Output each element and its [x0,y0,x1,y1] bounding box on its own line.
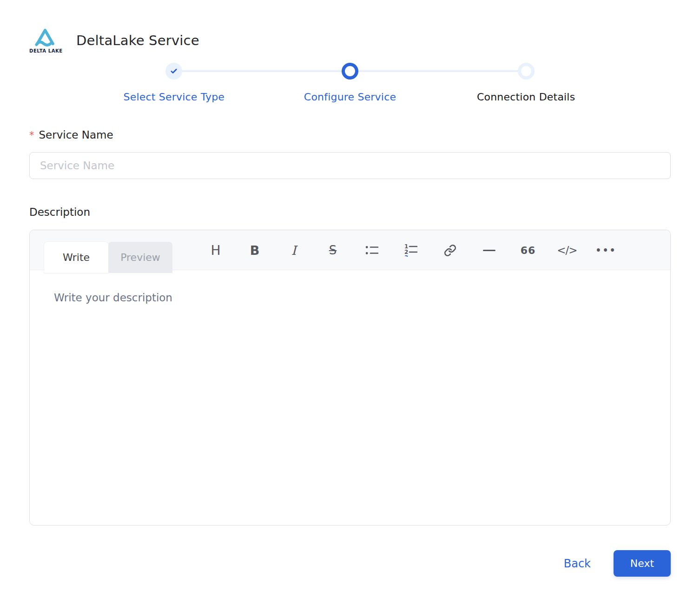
code-icon: </> [557,244,577,256]
link-button[interactable] [430,240,469,260]
step-label: Connection Details [477,91,575,103]
heading-icon: H [211,243,220,258]
delta-lake-triangle-icon [33,27,58,47]
description-markdown-editor: Write Preview H B I S [29,230,671,526]
unordered-list-icon [365,245,378,256]
service-name-label: * Service Name [29,129,671,141]
link-icon [444,244,456,257]
step-completed-dot [165,63,182,80]
tab-preview[interactable]: Preview [108,242,172,273]
strikethrough-button[interactable]: S [313,240,352,260]
code-button[interactable]: </> [548,240,587,260]
quote-icon: 66 [521,245,536,256]
wizard-stepper: Select Service Type Configure Service Co… [86,63,614,103]
service-wizard-page: DELTA LAKE DeltaLake Service Select Serv… [0,0,700,577]
italic-button[interactable]: I [274,240,313,260]
delta-lake-logo: DELTA LAKE [29,27,61,53]
step-label: Configure Service [304,91,396,103]
horizontal-rule-button[interactable] [469,240,508,260]
ordered-list-button[interactable]: 1 2 3 [391,240,430,260]
editor-tool-row: H B I S [196,240,626,260]
step-active-dot [342,63,358,80]
horizontal-rule-icon [483,250,495,251]
step-configure-service[interactable]: Configure Service [262,63,438,103]
italic-icon: I [291,243,297,258]
required-asterisk: * [29,130,34,141]
editor-toolbar: Write Preview H B I S [30,230,670,270]
service-name-input[interactable] [29,152,671,179]
step-label: Select Service Type [124,91,225,103]
editor-write-area [30,270,670,525]
check-icon [170,67,178,75]
description-textarea[interactable] [30,270,670,525]
tab-write[interactable]: Write [44,242,108,273]
ellipsis-icon: ••• [595,245,616,255]
next-button[interactable]: Next [614,550,671,577]
brand-header: DELTA LAKE DeltaLake Service [29,0,671,53]
editor-tabs: Write Preview [44,242,172,273]
step-select-service-type[interactable]: Select Service Type [86,63,262,103]
bold-icon: B [250,243,260,258]
description-label-text: Description [29,206,90,218]
page-title: DeltaLake Service [76,33,199,48]
more-options-button[interactable]: ••• [587,240,626,260]
description-label: Description [29,206,671,218]
step-connection-details[interactable]: Connection Details [438,63,614,103]
strikethrough-icon: S [329,243,337,257]
quote-button[interactable]: 66 [508,240,548,260]
ordered-list-icon: 1 2 3 [404,244,417,257]
service-name-label-text: Service Name [39,129,113,141]
svg-text:3: 3 [404,254,408,257]
back-button[interactable]: Back [564,557,591,570]
heading-button[interactable]: H [196,240,235,260]
logo-wordmark: DELTA LAKE [29,48,61,53]
wizard-footer: Back Next [29,550,671,577]
unordered-list-button[interactable] [352,240,391,260]
bold-button[interactable]: B [235,240,274,260]
step-upcoming-dot [518,63,535,80]
